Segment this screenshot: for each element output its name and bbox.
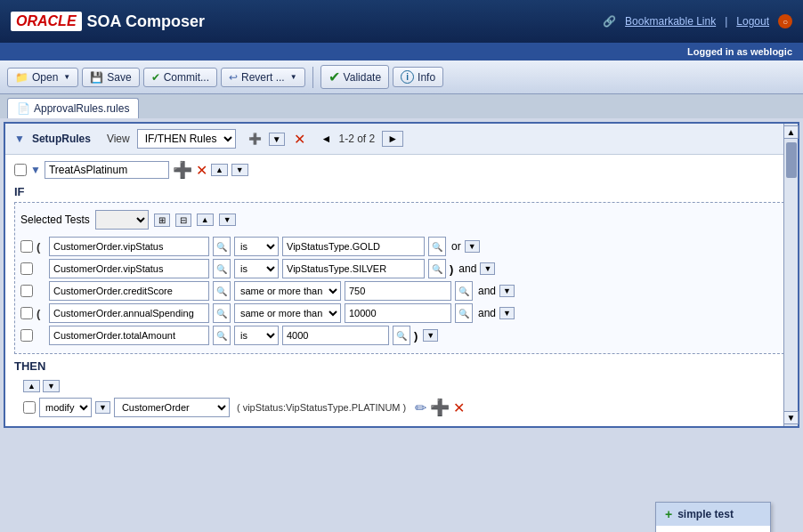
approval-rules-tab[interactable]: 📄 ApprovalRules.rules (7, 98, 139, 118)
sort-up-btn[interactable]: ▲ (197, 214, 214, 226)
validate-label: Validate (344, 71, 381, 84)
cond-value-1[interactable] (282, 237, 425, 256)
rule-expand-icon[interactable]: ▼ (30, 164, 41, 176)
cond-logic-arrow-5[interactable]: ▼ (423, 329, 438, 342)
then-add-btn[interactable]: ➕ (430, 398, 450, 417)
cond-check-4[interactable] (20, 307, 33, 319)
bookmarkable-link[interactable]: Bookmarkable Link (625, 15, 716, 28)
revert-label: Revert ... (241, 71, 285, 84)
app-title: SOA Composer (87, 12, 205, 31)
view-select[interactable]: IF/THEN Rules (137, 129, 236, 149)
cond-search2-1[interactable]: 🔍 (428, 237, 446, 256)
cond-field-3[interactable] (49, 281, 209, 301)
commit-button[interactable]: ✔ Commit... (143, 68, 217, 87)
condition-row-2: 🔍 is 🔍 ) and ▼ (20, 259, 783, 278)
logged-in-label: Logged in as (687, 46, 748, 57)
cond-paren-open-5 (36, 329, 45, 343)
then-move-down[interactable]: ▼ (43, 380, 60, 392)
condition-row-4: ( 🔍 same or more than 🔍 and ▼ (20, 303, 783, 323)
cond-op-3[interactable]: same or more than (234, 281, 341, 301)
cond-search2-3[interactable]: 🔍 (455, 281, 473, 301)
cond-logic-2: and (458, 262, 476, 275)
add-condition-btn[interactable]: ➕ (173, 160, 192, 180)
save-button[interactable]: 💾 Save (82, 68, 139, 87)
folder-icon: 📁 (15, 71, 28, 84)
move-up-btn[interactable]: ▲ (211, 164, 228, 176)
collapse-icon[interactable]: ▼ (14, 133, 25, 145)
clear-filter-icon[interactable]: ⊟ (175, 214, 191, 227)
cond-field-4[interactable] (49, 303, 209, 323)
open-button[interactable]: 📁 Open ▼ (7, 68, 78, 87)
then-move-up[interactable]: ▲ (23, 380, 40, 392)
validate-button[interactable]: ✔ Validate (320, 65, 389, 89)
cond-check-5[interactable] (20, 329, 33, 342)
cond-logic-arrow-1[interactable]: ▼ (465, 240, 480, 253)
revert-button[interactable]: ↩ Revert ... ▼ (221, 68, 305, 87)
modify-select[interactable]: modify (39, 398, 92, 417)
revert-icon: ↩ (229, 71, 238, 84)
cond-field-5[interactable] (49, 326, 209, 345)
cond-paren-open-3 (36, 285, 45, 298)
then-delete-btn[interactable]: ✕ (453, 399, 465, 416)
cond-search2-5[interactable]: 🔍 (393, 326, 410, 345)
cond-paren-open-2 (36, 262, 45, 276)
cond-search2-4[interactable]: 🔍 (455, 303, 473, 323)
cond-paren-close-2: ) (450, 262, 453, 276)
cond-logic-arrow-2[interactable]: ▼ (480, 262, 495, 275)
toolbar-separator (312, 67, 313, 88)
nav-left-btn[interactable]: ◄ (321, 133, 332, 145)
cond-logic-arrow-3[interactable]: ▼ (499, 285, 515, 297)
menu-item-variable[interactable]: + variable (656, 526, 770, 532)
header-right: 🔗 Bookmarkable Link | Logout ○ (603, 14, 792, 28)
cond-check-2[interactable] (20, 262, 33, 275)
cond-value-4[interactable] (345, 303, 451, 323)
scroll-up-btn[interactable]: ▲ (783, 125, 799, 139)
validate-icon: ✔ (328, 69, 340, 85)
scroll-thumb[interactable] (786, 142, 797, 178)
cond-search2-2[interactable]: 🔍 (428, 259, 446, 278)
cond-value-3[interactable] (345, 281, 451, 301)
delete-rule-btn[interactable]: ✕ (294, 131, 305, 148)
target-select[interactable]: CustomerOrder (114, 398, 230, 417)
menu-item-simple-test[interactable]: + simple test (656, 503, 770, 526)
menu-plus-icon-1: + (665, 507, 672, 521)
condition-dropdown-menu: + simple test + variable + (...) + not(.… (655, 502, 771, 532)
cond-search-5[interactable]: 🔍 (213, 326, 231, 345)
sort-down-btn[interactable]: ▼ (219, 214, 236, 226)
logout-link[interactable]: Logout (736, 15, 769, 28)
rule-checkbox[interactable] (14, 164, 27, 176)
delete-condition-btn[interactable]: ✕ (196, 162, 207, 179)
cond-logic-arrow-4[interactable]: ▼ (499, 307, 515, 319)
open-dropdown-arrow: ▼ (63, 73, 70, 81)
cond-search-3[interactable]: 🔍 (213, 281, 231, 301)
setup-rules-label[interactable]: SetupRules (32, 133, 91, 145)
selected-tests-select[interactable] (95, 210, 149, 230)
cond-op-5[interactable]: is (234, 326, 279, 345)
then-checkbox[interactable] (23, 401, 36, 414)
cond-value-2[interactable] (282, 259, 425, 278)
cond-search-4[interactable]: 🔍 (213, 303, 231, 323)
cond-value-5[interactable] (282, 326, 389, 345)
info-button[interactable]: i Info (393, 67, 443, 87)
cond-search-1[interactable]: 🔍 (213, 237, 231, 256)
cond-op-4[interactable]: same or more than (234, 303, 341, 323)
cond-op-1[interactable]: is (234, 237, 279, 256)
cond-logic-4: and (478, 307, 496, 319)
scroll-down-btn[interactable]: ▼ (783, 411, 799, 424)
username: weblogic (750, 46, 792, 57)
cond-field-1[interactable] (49, 237, 209, 256)
add-dropdown-arrow[interactable]: ▼ (269, 133, 285, 146)
cond-op-2[interactable]: is (234, 259, 279, 278)
modify-arrow[interactable]: ▼ (95, 401, 110, 414)
cond-check-1[interactable] (20, 240, 33, 253)
cond-check-3[interactable] (20, 285, 33, 297)
cond-field-2[interactable] (49, 259, 209, 278)
cond-search-2[interactable]: 🔍 (213, 259, 231, 278)
rule-name-input[interactable] (45, 161, 169, 179)
move-down-btn[interactable]: ▼ (231, 164, 248, 176)
edit-value-icon[interactable]: ✏ (415, 399, 426, 416)
filter-icon[interactable]: ⊞ (154, 214, 170, 227)
logout-icon: ○ (778, 14, 792, 28)
nav-right-btn[interactable]: ► (382, 131, 403, 147)
add-plus-btn[interactable]: ➕ (248, 133, 262, 145)
